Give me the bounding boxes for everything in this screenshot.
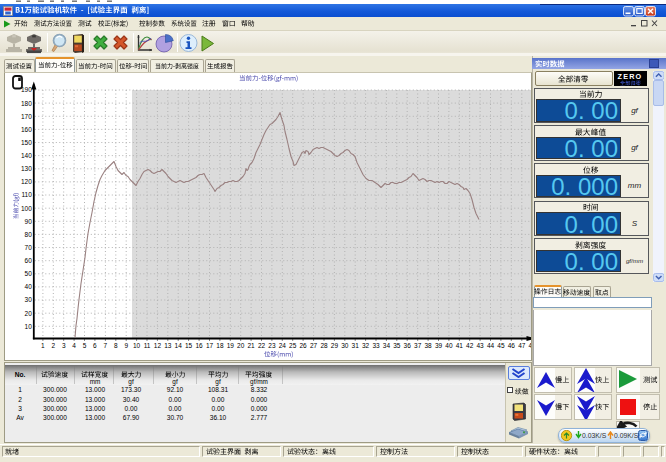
svg-text:16: 16 xyxy=(195,342,203,349)
svg-text:37: 37 xyxy=(414,342,422,349)
svg-text:45: 45 xyxy=(497,342,505,349)
svg-text:15: 15 xyxy=(185,342,193,349)
svg-text:120: 120 xyxy=(21,178,32,185)
svg-text:4: 4 xyxy=(72,342,76,349)
svg-text:160: 160 xyxy=(21,125,32,132)
svg-text:150: 150 xyxy=(21,138,32,145)
svg-text:10: 10 xyxy=(133,342,141,349)
svg-text:26: 26 xyxy=(299,342,307,349)
svg-text:60: 60 xyxy=(25,257,33,264)
svg-text:140: 140 xyxy=(21,152,32,159)
svg-text:21: 21 xyxy=(247,342,255,349)
svg-text:36: 36 xyxy=(404,342,412,349)
svg-text:30: 30 xyxy=(25,296,33,303)
svg-text:17: 17 xyxy=(206,342,214,349)
svg-text:38: 38 xyxy=(424,342,432,349)
svg-text:110: 110 xyxy=(21,191,32,198)
svg-text:43: 43 xyxy=(476,342,484,349)
svg-text:19: 19 xyxy=(227,342,235,349)
svg-text:50: 50 xyxy=(25,270,33,277)
svg-text:20: 20 xyxy=(237,342,245,349)
svg-text:20: 20 xyxy=(25,309,33,316)
svg-text:180: 180 xyxy=(21,99,32,106)
svg-text:40: 40 xyxy=(25,283,33,290)
svg-text:2: 2 xyxy=(51,342,55,349)
svg-text:5: 5 xyxy=(83,342,87,349)
svg-text:100: 100 xyxy=(21,204,32,211)
svg-text:31: 31 xyxy=(352,342,360,349)
svg-text:6: 6 xyxy=(93,342,97,349)
svg-text:30: 30 xyxy=(341,342,349,349)
svg-text:41: 41 xyxy=(456,342,464,349)
svg-text:39: 39 xyxy=(435,342,443,349)
svg-text:9: 9 xyxy=(124,342,128,349)
svg-text:11: 11 xyxy=(144,342,151,349)
svg-text:32: 32 xyxy=(362,342,370,349)
svg-text:13: 13 xyxy=(164,342,172,349)
svg-text:28: 28 xyxy=(320,342,328,349)
svg-text:35: 35 xyxy=(393,342,401,349)
svg-text:12: 12 xyxy=(154,342,162,349)
svg-text:29: 29 xyxy=(331,342,339,349)
svg-text:70: 70 xyxy=(25,243,33,250)
svg-text:10: 10 xyxy=(25,322,33,329)
svg-text:47: 47 xyxy=(518,342,526,349)
svg-text:7: 7 xyxy=(104,342,108,349)
svg-text:1: 1 xyxy=(41,342,45,349)
svg-text:42: 42 xyxy=(466,342,474,349)
svg-text:46: 46 xyxy=(508,342,516,349)
svg-text:33: 33 xyxy=(372,342,380,349)
svg-text:44: 44 xyxy=(487,342,495,349)
svg-text:3: 3 xyxy=(62,342,66,349)
svg-text:14: 14 xyxy=(175,342,183,349)
svg-text:130: 130 xyxy=(21,165,32,172)
svg-text:18: 18 xyxy=(216,342,224,349)
svg-text:8: 8 xyxy=(114,342,118,349)
svg-text:90: 90 xyxy=(25,217,33,224)
svg-text:27: 27 xyxy=(310,342,318,349)
svg-text:80: 80 xyxy=(25,230,33,237)
svg-text:48: 48 xyxy=(529,342,531,349)
svg-text:34: 34 xyxy=(383,342,391,349)
svg-text:170: 170 xyxy=(21,112,32,119)
svg-text:40: 40 xyxy=(445,342,453,349)
